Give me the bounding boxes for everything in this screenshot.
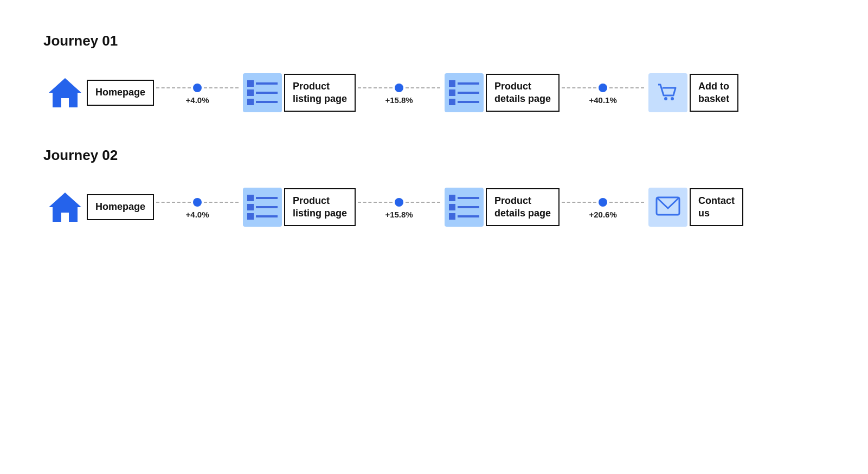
dotted-line-j1-3 [562,87,596,88]
cart-icon-j1 [646,71,690,114]
dotted-line-j1-2 [358,87,393,88]
dotted-line-j1-1 [156,87,191,88]
add-to-basket-label-j1: Add tobasket [690,74,738,112]
connector-label-j1-2: +15.8% [385,95,413,105]
list-page-icon-details-j2 [442,185,486,229]
connector-dot-j2-2 [395,198,403,207]
connector-label-j2-1: +4.0% [186,210,209,219]
node-product-listing-j2: Productlisting page [241,185,356,229]
journey-02-flow: Homepage +4.0% Productlisting page [43,185,825,229]
connector-dot-j2-3 [599,198,607,207]
journey-02-title: Journey 02 [43,147,825,164]
node-homepage-j1: Homepage [43,71,154,114]
home-icon-j1 [43,71,87,114]
dotted-line-j2-2 [358,202,393,203]
product-details-label-j2: Productdetails page [486,188,560,227]
connector-dot-j2-1 [193,198,202,207]
node-product-details-j2: Productdetails page [442,185,560,229]
list-page-icon-j1 [241,71,284,114]
connector-j1-3: +40.1% [560,81,646,105]
dotted-line-j2-2b [406,202,440,203]
journey-01-title: Journey 01 [43,33,825,49]
svg-point-2 [671,97,674,100]
journey-01-flow: Homepage +4.0% Productlisting page [43,71,825,114]
connector-label-j2-3: +20.6% [589,210,616,219]
connector-j1-2: +15.8% [356,81,442,105]
connector-j2-3: +20.6% [560,196,646,219]
dotted-line-j2-3b [609,202,644,203]
home-icon-j2 [43,185,87,229]
journey-02-section: Journey 02 Homepage +4.0% [43,147,825,229]
connector-dot-j1-1 [193,84,202,92]
connector-j2-1: +4.0% [154,196,241,219]
connector-dot-j1-2 [395,84,403,92]
mail-icon-j2 [646,185,690,229]
svg-point-1 [664,97,667,100]
node-contact-us-j2: Contactus [646,185,743,229]
dotted-line-j1-2b [406,87,440,88]
node-add-to-basket-j1: Add tobasket [646,71,738,114]
node-product-details-j1: Productdetails page [442,71,560,114]
list-page-icon-j2 [241,185,284,229]
product-listing-label-j2: Productlisting page [284,188,356,227]
connector-label-j2-2: +15.8% [385,210,413,219]
dotted-line-j1-3b [609,87,644,88]
dotted-line-j2-3 [562,202,596,203]
list-page-icon-details-j1 [442,71,486,114]
journey-01-section: Journey 01 Homepage +4.0% [43,33,825,114]
homepage-label-j2: Homepage [87,194,154,220]
connector-dot-j1-3 [599,84,607,92]
connector-j1-1: +4.0% [154,81,241,105]
svg-marker-0 [49,78,81,107]
dotted-line-j2-1 [156,202,191,203]
dotted-line-j2-1b [204,202,239,203]
node-homepage-j2: Homepage [43,185,154,229]
product-listing-label-j1: Productlisting page [284,74,356,112]
product-details-label-j1: Productdetails page [486,74,560,112]
connector-label-j1-1: +4.0% [186,95,209,105]
node-product-listing-j1: Productlisting page [241,71,356,114]
contact-us-label-j2: Contactus [690,188,743,227]
homepage-label-j1: Homepage [87,80,154,105]
connector-label-j1-3: +40.1% [589,95,616,105]
connector-j2-2: +15.8% [356,196,442,219]
svg-marker-3 [49,193,81,222]
dotted-line-j1-1b [204,87,239,88]
